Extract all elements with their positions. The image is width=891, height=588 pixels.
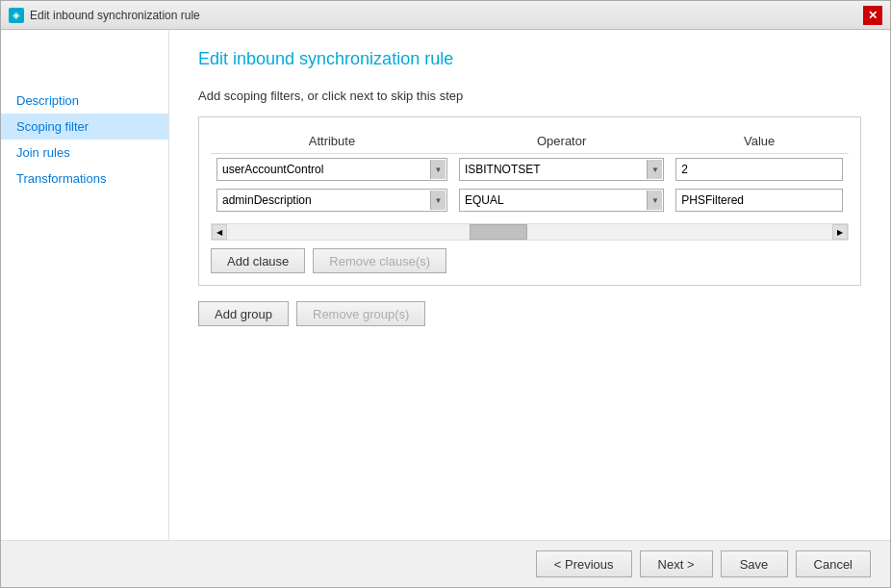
remove-clause-button[interactable]: Remove clause(s) — [313, 248, 446, 273]
clause-buttons: Add clause Remove clause(s) — [211, 248, 849, 273]
row1-operator-select-wrapper: ISBITNOTSET ▼ — [459, 158, 664, 181]
row1-value-input[interactable] — [675, 158, 843, 181]
header-value: Value — [670, 129, 849, 154]
row2-attribute-select[interactable]: adminDescription — [216, 189, 447, 212]
row1-attribute-select[interactable]: userAccountControl — [216, 158, 447, 181]
sidebar-item-scoping-filter[interactable]: Scoping filter — [1, 114, 168, 140]
header-operator: Operator — [453, 129, 670, 154]
row1-attribute-select-wrapper: userAccountControl ▼ — [216, 158, 447, 181]
row2-attribute-select-wrapper: adminDescription ▼ — [216, 189, 447, 212]
table-row: userAccountControl ▼ ISBITNOTSET — [211, 154, 849, 186]
title-bar: ◈ Edit inbound synchronization rule ✕ — [1, 1, 890, 30]
row2-value-cell — [670, 185, 849, 216]
instruction-text: Add scoping filters, or click next to sk… — [198, 89, 861, 103]
scroll-left-arrow[interactable]: ◀ — [212, 224, 227, 240]
main-content: Edit inbound synchronization rule Add sc… — [169, 30, 890, 540]
row2-operator-cell: EQUAL ▼ — [453, 185, 670, 216]
page-title: Edit inbound synchronization rule — [198, 49, 861, 69]
row1-operator-cell: ISBITNOTSET ▼ — [453, 154, 670, 186]
row1-operator-select[interactable]: ISBITNOTSET — [459, 158, 664, 181]
remove-group-button[interactable]: Remove group(s) — [296, 301, 425, 326]
add-group-button[interactable]: Add group — [198, 301, 289, 326]
scroll-track[interactable] — [227, 224, 832, 240]
sidebar-item-transformations[interactable]: Transformations — [1, 166, 168, 192]
scroll-thumb — [470, 224, 527, 240]
table-row: adminDescription ▼ EQUAL — [211, 185, 849, 216]
row2-operator-select-wrapper: EQUAL ▼ — [459, 189, 664, 212]
filter-box: Attribute Operator Value userAccountCont… — [198, 116, 861, 286]
previous-button[interactable]: < Previous — [536, 550, 632, 577]
footer: < Previous Next > Save Cancel — [1, 540, 890, 587]
filter-table: Attribute Operator Value userAccountCont… — [211, 129, 849, 216]
main-window: ◈ Edit inbound synchronization rule ✕ De… — [0, 0, 891, 588]
row2-attribute-cell: adminDescription ▼ — [211, 185, 453, 216]
row1-attribute-cell: userAccountControl ▼ — [211, 154, 453, 186]
scroll-right-arrow[interactable]: ▶ — [832, 224, 848, 240]
row1-value-cell — [670, 154, 849, 186]
content-area: Description Scoping filter Join rules Tr… — [1, 30, 890, 540]
sidebar-item-description[interactable]: Description — [1, 88, 168, 114]
next-button[interactable]: Next > — [640, 550, 713, 577]
window-title: Edit inbound synchronization rule — [30, 9, 200, 22]
close-button[interactable]: ✕ — [863, 6, 882, 25]
cancel-button[interactable]: Cancel — [796, 550, 871, 577]
window-icon: ◈ — [9, 8, 24, 23]
save-button[interactable]: Save — [721, 550, 788, 577]
sidebar: Description Scoping filter Join rules Tr… — [1, 30, 169, 540]
title-bar-left: ◈ Edit inbound synchronization rule — [9, 8, 200, 23]
horizontal-scrollbar[interactable]: ◀ ▶ — [211, 223, 849, 241]
sidebar-item-join-rules[interactable]: Join rules — [1, 140, 168, 166]
row2-operator-select[interactable]: EQUAL — [459, 189, 664, 212]
group-buttons: Add group Remove group(s) — [198, 301, 861, 326]
header-attribute: Attribute — [211, 129, 453, 154]
row2-value-input[interactable] — [675, 189, 843, 212]
add-clause-button[interactable]: Add clause — [211, 248, 305, 273]
